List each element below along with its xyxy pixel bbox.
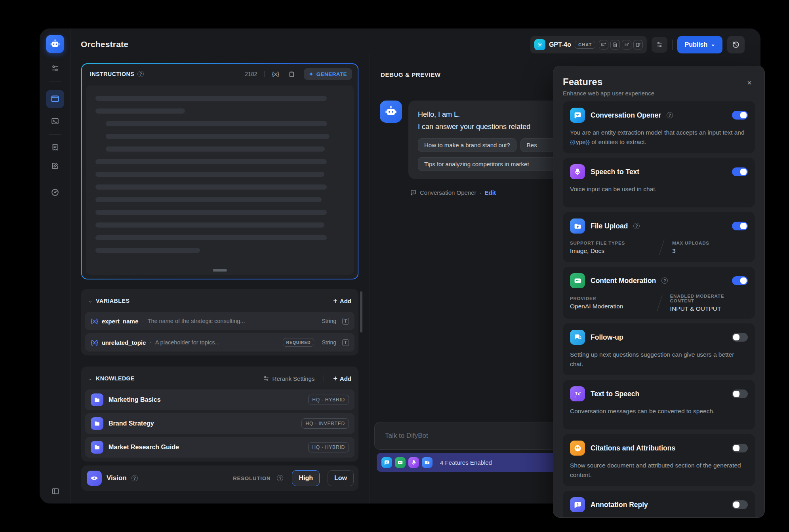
variable-row[interactable]: {x} expert_name · The name of the strate…	[85, 312, 354, 330]
version-history-button[interactable]	[727, 36, 745, 53]
feature-title: Text to Speech	[591, 390, 639, 398]
skeleton-line	[95, 210, 327, 215]
knowledge-section: ⌄ KNOWLEDGE Rerank Settings + Add Ma	[81, 367, 358, 462]
follow-up-icon	[570, 330, 585, 345]
edit-opener-link[interactable]: Edit	[485, 189, 496, 196]
conversation-opener-toggle[interactable]	[732, 111, 748, 120]
sidebar-item-annotations[interactable]	[50, 161, 60, 171]
copy-icon[interactable]	[288, 70, 295, 78]
model-parameters-button[interactable]	[652, 37, 667, 53]
resolution-high-button[interactable]: High	[292, 470, 320, 486]
sidebar-item-monitoring[interactable]	[50, 187, 60, 198]
chat-bubble-icon	[410, 189, 417, 196]
feature-card-text-to-speech: T Text to Speech Conversation messages c…	[563, 380, 755, 429]
meta-label: MAX UPLOADS	[672, 241, 709, 245]
skeleton-line	[95, 197, 322, 202]
sidebar-divider	[49, 179, 61, 179]
add-variable-button[interactable]: + Add	[333, 297, 351, 305]
speech-to-text-toggle[interactable]	[732, 167, 748, 176]
variable-token-icon: {x}	[91, 318, 98, 324]
collapse-sidebar-icon[interactable]	[40, 487, 71, 496]
resize-handle[interactable]	[213, 269, 227, 272]
debug-title: DEBUG & PREVIEW	[381, 71, 441, 78]
file-upload-icon	[570, 218, 585, 234]
feature-card-file-upload: File Upload ? SUPPORT FILE TYPES Image, …	[563, 212, 755, 262]
citations-toggle[interactable]	[732, 444, 748, 452]
rerank-label: Rerank Settings	[273, 375, 315, 382]
variable-row[interactable]: {x} unrelated_topic · A placeholder for …	[85, 333, 354, 352]
help-icon[interactable]: ?	[277, 475, 283, 481]
meta-label: SUPPORT FILE TYPES	[570, 241, 651, 245]
annotation-reply-toggle[interactable]	[732, 500, 748, 509]
feature-description: Setting up next questions suggestion can…	[570, 350, 748, 369]
slash-divider	[657, 295, 662, 311]
variable-description: A placeholder for topics...	[155, 339, 220, 346]
opener-attribution: Conversation Opener · Edit	[410, 189, 496, 196]
instructions-editor[interactable]	[86, 86, 354, 275]
add-knowledge-button[interactable]: + Add	[333, 374, 351, 383]
annotation-reply-icon	[570, 497, 585, 512]
variable-description: The name of the strategic consulting...	[148, 318, 245, 324]
variable-token-icon: {x}	[91, 339, 98, 346]
help-icon[interactable]: ?	[132, 475, 138, 481]
instructions-panel: INSTRUCTIONS ? 2182 {x} ✦ GENERATE	[81, 63, 358, 279]
follow-up-toggle[interactable]	[732, 333, 748, 342]
citations-icon	[570, 441, 585, 456]
feature-title: Content Moderation	[591, 277, 656, 285]
knowledge-row[interactable]: Brand Strategy HQ · INVERTED	[85, 413, 354, 434]
sidebar-item-orchestrate[interactable]	[46, 90, 64, 108]
knowledge-title: KNOWLEDGE	[96, 375, 135, 382]
suggested-question-chip[interactable]: How to make a brand stand out?	[418, 138, 516, 152]
text-to-speech-toggle[interactable]	[732, 390, 748, 398]
feature-title: File Upload	[591, 222, 628, 230]
generate-button[interactable]: ✦ GENERATE	[304, 68, 352, 80]
help-icon[interactable]: ?	[661, 277, 668, 284]
feature-description: Show source document and attributed sect…	[570, 461, 748, 480]
config-scrollbar[interactable]	[360, 291, 362, 332]
help-icon[interactable]: ?	[137, 71, 144, 77]
content-moderation-toggle[interactable]	[732, 276, 748, 285]
help-icon[interactable]: ?	[667, 112, 673, 118]
chevron-down-icon[interactable]: ⌄	[88, 298, 92, 304]
speech-to-text-icon	[408, 457, 419, 468]
instructions-title: INSTRUCTIONS	[90, 71, 134, 77]
audio-capability-icon	[622, 40, 631, 49]
features-title: Features	[563, 76, 755, 87]
meta-label: ENABLED MODERATE CONTENT	[670, 294, 748, 303]
rerank-settings-button[interactable]: Rerank Settings	[263, 375, 315, 382]
knowledge-name: Brand Strategy	[109, 420, 154, 427]
sparkle-icon: ✦	[309, 71, 314, 77]
meta-label: PROVIDER	[570, 296, 649, 301]
orchestrate-settings-icon[interactable]	[50, 63, 60, 74]
resolution-low-button[interactable]: Low	[328, 470, 354, 486]
model-mode-badge: CHAT	[575, 41, 596, 49]
publish-button[interactable]: Publish ⌄	[677, 36, 722, 53]
openai-logo-icon: ✳	[534, 39, 545, 50]
sidebar-divider	[49, 134, 61, 135]
chevron-down-icon[interactable]: ⌄	[88, 376, 92, 381]
file-upload-toggle[interactable]	[732, 222, 748, 230]
sidebar-item-api[interactable]	[50, 116, 60, 126]
variable-name: expert_name	[102, 318, 139, 325]
conversation-opener-icon	[570, 108, 585, 123]
meta-value: 3	[672, 247, 709, 255]
sidebar-item-logs[interactable]	[50, 142, 60, 153]
knowledge-row[interactable]: Marketing Basics HQ · HYBRID	[85, 390, 354, 410]
app-avatar[interactable]	[46, 35, 64, 53]
close-icon[interactable]: ×	[745, 78, 754, 87]
variable-type: String	[322, 339, 336, 346]
model-selector[interactable]: ✳ GPT-4o CHAT	[530, 36, 647, 53]
chat-input-placeholder: Talk to DifyBot	[385, 432, 428, 440]
skeleton-line	[95, 248, 200, 253]
feature-card-citations: Citations and Attributions Show source d…	[563, 434, 755, 486]
insert-variable-button[interactable]: {x}	[272, 71, 279, 77]
features-subtitle: Enhance web app user experience	[563, 90, 755, 97]
dot-separator: ·	[142, 317, 144, 325]
header-divider	[672, 40, 673, 50]
knowledge-row[interactable]: Market Research Guide HQ · HYBRID	[85, 437, 354, 458]
help-icon[interactable]: ?	[633, 223, 640, 229]
vision-capability-icon	[599, 40, 608, 49]
divider	[324, 375, 324, 382]
feature-card-annotation-reply: Annotation Reply	[563, 491, 755, 518]
slash-divider	[659, 239, 665, 255]
